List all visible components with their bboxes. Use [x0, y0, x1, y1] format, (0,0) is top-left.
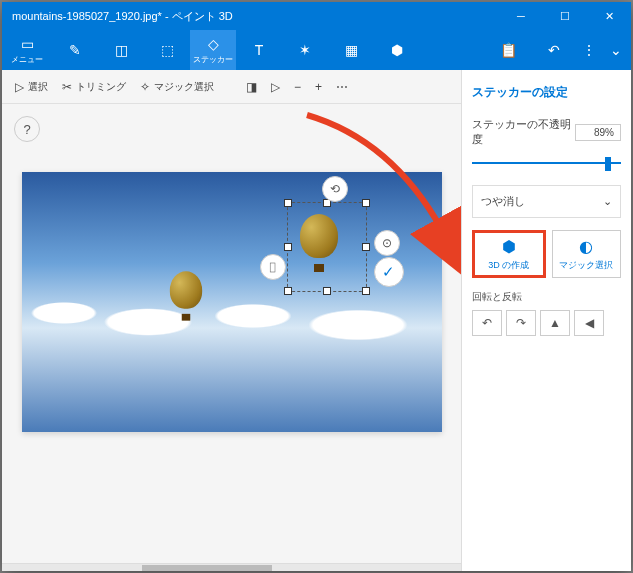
- crop-icon: ✂: [62, 80, 72, 94]
- undo-icon: ↶: [548, 42, 560, 58]
- select-label: 選択: [28, 80, 48, 94]
- stickers-button[interactable]: ◇ ステッカー: [190, 30, 236, 70]
- annotation-arrow: [292, 100, 461, 304]
- maximize-button[interactable]: ☐: [543, 2, 587, 30]
- more-tool[interactable]: ⋯: [331, 77, 353, 97]
- crop-tool[interactable]: ✂トリミング: [57, 77, 131, 97]
- resize-handle[interactable]: [284, 243, 292, 251]
- magic-select-button[interactable]: ◐ マジック選択: [552, 230, 622, 278]
- opacity-slider[interactable]: [472, 153, 621, 173]
- brush-icon: ✎: [69, 42, 81, 58]
- brushes-button[interactable]: ✎: [52, 30, 98, 70]
- opacity-value[interactable]: 89%: [575, 124, 621, 141]
- expand-button[interactable]: ⌄: [601, 30, 631, 70]
- minimize-button[interactable]: ─: [499, 2, 543, 30]
- horizontal-scrollbar[interactable]: [2, 563, 461, 571]
- canvas-area: ▷選択 ✂トリミング ✧マジック選択 ◨ ▷ − + ⋯ ?: [2, 70, 461, 571]
- person-icon: ◐: [579, 237, 593, 256]
- make-3d-button[interactable]: ⬢ 3D の作成: [472, 230, 546, 278]
- undo-button[interactable]: ↶: [531, 30, 577, 70]
- more-button[interactable]: ⋮: [577, 30, 601, 70]
- sticker-label: ステッカー: [193, 54, 233, 65]
- matte-dropdown[interactable]: つや消し ⌄: [472, 185, 621, 218]
- paste-icon: 📋: [500, 42, 517, 58]
- slider-thumb[interactable]: [605, 157, 611, 171]
- plus-icon: +: [315, 80, 322, 94]
- magic-label: マジック選択: [154, 80, 214, 94]
- text-button[interactable]: T: [236, 30, 282, 70]
- folder-icon: ▭: [21, 36, 34, 52]
- trim-label: トリミング: [76, 80, 126, 94]
- pointer-tool[interactable]: ▷選択: [10, 77, 53, 97]
- canvas-icon: ▦: [345, 42, 358, 58]
- main-toolbar: ▭ メニュー ✎ ◫ ⬚ ◇ ステッカー T ✶ ▦ ⬢ 📋 ↶ ⋮ ⌄: [2, 30, 631, 70]
- canvas-button[interactable]: ▦: [328, 30, 374, 70]
- view-icon: ◨: [246, 80, 257, 94]
- magic-select-label: マジック選択: [559, 259, 613, 272]
- side-panel: ステッカーの設定 ステッカーの不透明度 89% つや消し ⌄ ⬢ 3D の作成 …: [461, 70, 631, 571]
- close-button[interactable]: ✕: [587, 2, 631, 30]
- opacity-label: ステッカーの不透明度: [472, 117, 575, 147]
- shapes-icon: ◫: [115, 42, 128, 58]
- cube-icon: ⬢: [502, 237, 516, 256]
- chevron-down-icon: ⌄: [603, 195, 612, 208]
- flip-vertical-button[interactable]: ◀: [574, 310, 604, 336]
- scroll-thumb[interactable]: [142, 565, 272, 571]
- matte-label: つや消し: [481, 194, 525, 209]
- canvas-toolbar: ▷選択 ✂トリミング ✧マジック選択 ◨ ▷ − + ⋯: [2, 70, 461, 104]
- chevron-down-icon: ⌄: [610, 42, 622, 58]
- rotation-label: 回転と反転: [472, 290, 621, 304]
- magic-select-tool[interactable]: ✧マジック選択: [135, 77, 219, 97]
- more-icon: ⋮: [582, 42, 596, 58]
- magic-icon: ✧: [140, 80, 150, 94]
- flag-tool[interactable]: ▷: [266, 77, 285, 97]
- 3d-shapes-button[interactable]: ⬚: [144, 30, 190, 70]
- effects-button[interactable]: ✶: [282, 30, 328, 70]
- 2d-shapes-button[interactable]: ◫: [98, 30, 144, 70]
- library-icon: ⬢: [391, 42, 403, 58]
- help-icon: ?: [23, 122, 30, 137]
- zoom-in-tool[interactable]: +: [310, 77, 327, 97]
- panel-title: ステッカーの設定: [472, 84, 621, 101]
- minus-icon: −: [294, 80, 301, 94]
- sticker-icon: ◇: [208, 36, 219, 52]
- flip-horizontal-button[interactable]: ▲: [540, 310, 570, 336]
- cube-icon: ⬚: [161, 42, 174, 58]
- slider-track: [472, 162, 621, 164]
- text-icon: T: [255, 42, 264, 58]
- resize-handle[interactable]: [284, 199, 292, 207]
- rotate-right-button[interactable]: ↷: [506, 310, 536, 336]
- flag-icon: ▷: [271, 80, 280, 94]
- effects-icon: ✶: [299, 42, 311, 58]
- stamp-button[interactable]: ⌷: [260, 254, 286, 280]
- dots-icon: ⋯: [336, 80, 348, 94]
- 3d-library-button[interactable]: ⬢: [374, 30, 420, 70]
- menu-button[interactable]: ▭ メニュー: [2, 30, 52, 70]
- 3d-view-tool[interactable]: ◨: [241, 77, 262, 97]
- paste-button[interactable]: 📋: [485, 30, 531, 70]
- help-button[interactable]: ?: [14, 116, 40, 142]
- pointer-icon: ▷: [15, 80, 24, 94]
- window-title: mountains-1985027_1920.jpg* - ペイント 3D: [2, 9, 499, 24]
- make-3d-label: 3D の作成: [488, 259, 529, 272]
- resize-handle[interactable]: [284, 287, 292, 295]
- balloon-sticker-1[interactable]: [169, 271, 201, 320]
- menu-label: メニュー: [11, 54, 43, 65]
- rotate-left-button[interactable]: ↶: [472, 310, 502, 336]
- titlebar: mountains-1985027_1920.jpg* - ペイント 3D ─ …: [2, 2, 631, 30]
- zoom-out-tool[interactable]: −: [289, 77, 306, 97]
